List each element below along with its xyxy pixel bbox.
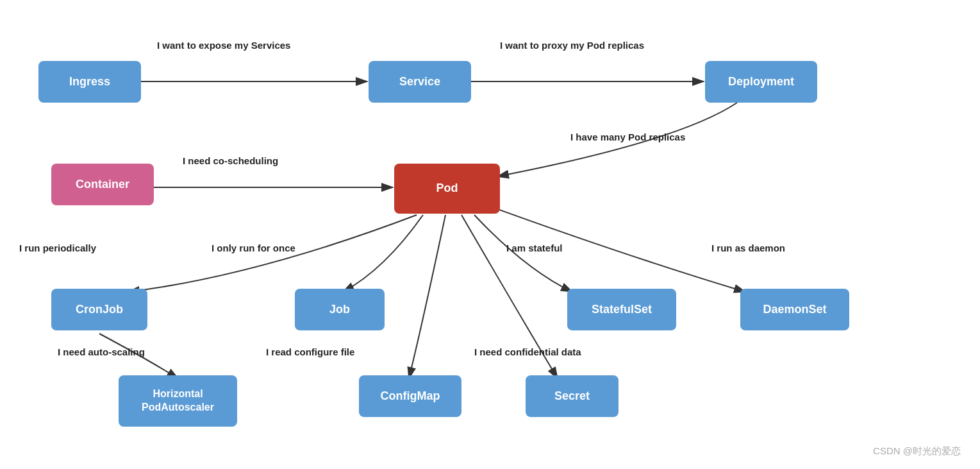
node-configmap: ConfigMap	[359, 375, 461, 417]
watermark: CSDN @时光的爱恋	[873, 445, 961, 457]
label-configmap-configure: I read configure file	[266, 346, 354, 357]
label-service-deployment: I want to proxy my Pod replicas	[500, 40, 644, 51]
node-job: Job	[295, 289, 385, 330]
label-container-coschedule: I need co-scheduling	[183, 155, 278, 166]
node-daemonset: DaemonSet	[740, 289, 849, 330]
label-secret-confidential: I need confidential data	[474, 346, 581, 357]
node-pod: Pod	[394, 164, 500, 214]
label-daemonset-daemon: I run as daemon	[711, 243, 785, 253]
node-cronjob: CronJob	[51, 289, 147, 330]
label-deployment-replicas: I have many Pod replicas	[570, 132, 685, 142]
label-hpa-autoscaling: I need auto-scaling	[58, 346, 145, 357]
label-ingress-service: I want to expose my Services	[157, 40, 290, 51]
node-hpa: Horizontal PodAutoscaler	[119, 375, 237, 427]
node-statefulset: StatefulSet	[567, 289, 676, 330]
node-container: Container	[51, 164, 154, 205]
label-cronjob-periodic: I run periodically	[19, 243, 96, 253]
node-service: Service	[369, 61, 471, 103]
node-ingress: Ingress	[38, 61, 141, 103]
node-deployment: Deployment	[705, 61, 817, 103]
node-secret: Secret	[526, 375, 619, 417]
label-job-once: I only run for once	[212, 243, 295, 253]
label-statefulset-stateful: I am stateful	[506, 243, 563, 253]
diagram-container: Ingress Service Deployment Container Pod…	[0, 0, 980, 469]
